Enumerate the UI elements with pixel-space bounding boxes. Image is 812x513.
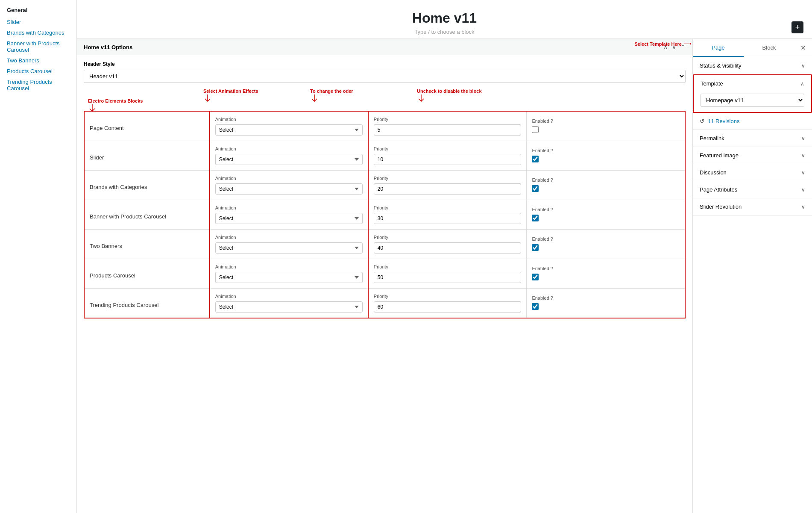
- table-row: Two Banners Animation Select Priority En…: [84, 230, 685, 259]
- close-sidebar-button[interactable]: ✕: [794, 39, 812, 57]
- page-attributes-title: Page Attributes: [700, 186, 737, 193]
- block-name-cell: Banner with Products Carousel: [84, 200, 210, 230]
- animation-cell: Animation Select: [210, 111, 368, 141]
- blocks-table: Page Content Animation Select Priority E…: [84, 111, 686, 318]
- sidebar-nav-item[interactable]: Products Carousel: [7, 66, 70, 77]
- block-name-cell: Slider: [84, 141, 210, 171]
- options-panel-title: Home v11 Options: [84, 44, 132, 50]
- discussion-header[interactable]: Discussion ∨: [693, 164, 812, 181]
- status-visibility-section: Status & visibility ∨: [693, 57, 812, 74]
- header-style-label: Header Style: [84, 61, 686, 67]
- priority-input[interactable]: [374, 124, 522, 136]
- permalink-header[interactable]: Permalink ∨: [693, 130, 812, 147]
- status-chevron-icon: ∨: [801, 63, 805, 69]
- sidebar-nav-item[interactable]: Slider: [7, 17, 70, 27]
- slider-revolution-title: Slider Revolution: [700, 203, 742, 210]
- revisions-section: ↺ 11 Revisions: [693, 113, 812, 130]
- enabled-checkbox[interactable]: [532, 215, 539, 221]
- right-sidebar-tabs: Page Block ✕: [693, 39, 812, 57]
- enabled-checkbox[interactable]: [532, 303, 539, 310]
- sidebar-nav-item[interactable]: Trending Products Carousel: [7, 77, 70, 94]
- template-section: Template ∧ Homepage v11: [693, 74, 812, 113]
- permalink-section: Permalink ∨: [693, 130, 812, 147]
- enabled-cell: Enabled ?: [527, 289, 685, 318]
- enabled-cell: Enabled ?: [527, 141, 685, 171]
- animation-select[interactable]: Select: [215, 272, 363, 283]
- animation-cell: Animation Select: [210, 230, 368, 259]
- animation-select[interactable]: Select: [215, 213, 363, 224]
- enabled-label: Enabled ?: [532, 295, 680, 301]
- general-section-title: General: [7, 7, 70, 13]
- featured-image-title: Featured image: [700, 152, 739, 159]
- table-row: Trending Products Carousel Animation Sel…: [84, 289, 685, 318]
- table-row: Banner with Products Carousel Animation …: [84, 200, 685, 230]
- add-block-button[interactable]: +: [791, 21, 803, 33]
- table-row: Slider Animation Select Priority Enabled…: [84, 141, 685, 171]
- priority-input[interactable]: [374, 183, 522, 195]
- tab-block[interactable]: Block: [744, 39, 794, 57]
- enabled-checkbox[interactable]: [532, 274, 539, 280]
- template-chevron-icon: ∧: [800, 81, 804, 87]
- priority-label: Priority: [374, 294, 522, 299]
- right-sidebar: Page Block ✕ Status & visibility ∨ Templ…: [692, 39, 812, 513]
- slider-revolution-header[interactable]: Slider Revolution ∨: [693, 198, 812, 215]
- page-attributes-header[interactable]: Page Attributes ∨: [693, 181, 812, 198]
- enabled-checkbox[interactable]: [532, 185, 539, 192]
- priority-input[interactable]: [374, 213, 522, 224]
- priority-cell: Priority: [368, 141, 527, 171]
- priority-label: Priority: [374, 205, 522, 210]
- priority-label: Priority: [374, 264, 522, 269]
- animation-select[interactable]: Select: [215, 301, 363, 313]
- sidebar-nav-item[interactable]: Brands with Categories: [7, 27, 70, 38]
- priority-input[interactable]: [374, 242, 522, 254]
- template-select[interactable]: Homepage v11: [701, 94, 804, 107]
- priority-label: Priority: [374, 146, 522, 151]
- enabled-checkbox[interactable]: [532, 126, 539, 133]
- animation-select[interactable]: Select: [215, 242, 363, 254]
- enabled-checkbox[interactable]: [532, 244, 539, 251]
- priority-cell: Priority: [368, 259, 527, 289]
- animation-cell: Animation Select: [210, 171, 368, 200]
- block-name-cell: Brands with Categories: [84, 171, 210, 200]
- animation-select[interactable]: Select: [215, 124, 363, 136]
- priority-cell: Priority: [368, 200, 527, 230]
- status-visibility-header[interactable]: Status & visibility ∨: [693, 57, 812, 74]
- enabled-label: Enabled ?: [532, 148, 680, 153]
- table-row: Page Content Animation Select Priority E…: [84, 111, 685, 141]
- priority-cell: Priority: [368, 230, 527, 259]
- priority-label: Priority: [374, 176, 522, 181]
- animation-cell: Animation Select: [210, 289, 368, 318]
- template-header[interactable]: Template ∧: [694, 75, 811, 92]
- enabled-label: Enabled ?: [532, 177, 680, 183]
- tab-page[interactable]: Page: [693, 39, 744, 57]
- sidebar-nav-item[interactable]: Banner with Products Carousel: [7, 38, 70, 55]
- permalink-chevron-icon: ∨: [801, 136, 805, 142]
- enabled-label: Enabled ?: [532, 118, 680, 124]
- table-row: Brands with Categories Animation Select …: [84, 171, 685, 200]
- enabled-label: Enabled ?: [532, 236, 680, 242]
- priority-input[interactable]: [374, 301, 522, 313]
- block-name-cell: Trending Products Carousel: [84, 289, 210, 318]
- priority-label: Priority: [374, 235, 522, 240]
- animation-cell: Animation Select: [210, 141, 368, 171]
- animation-select[interactable]: Select: [215, 154, 363, 165]
- priority-input[interactable]: [374, 154, 522, 165]
- left-sidebar: General SliderBrands with CategoriesBann…: [0, 0, 77, 513]
- animation-select[interactable]: Select: [215, 183, 363, 195]
- revisions-icon: ↺: [700, 118, 704, 124]
- header-style-select[interactable]: Header v11: [84, 70, 686, 83]
- animation-label: Animation: [215, 146, 363, 151]
- featured-image-header[interactable]: Featured image ∨: [693, 147, 812, 164]
- template-annotation-arrow: ⟶: [683, 41, 692, 47]
- discussion-title: Discussion: [700, 169, 727, 176]
- page-attributes-section: Page Attributes ∨: [693, 181, 812, 198]
- priority-input[interactable]: [374, 272, 522, 283]
- priority-cell: Priority: [368, 289, 527, 318]
- priority-annotation: To change the oder: [310, 88, 353, 94]
- permalink-title: Permalink: [700, 135, 724, 142]
- enabled-checkbox[interactable]: [532, 156, 539, 162]
- enabled-cell: Enabled ?: [527, 259, 685, 289]
- revisions-link[interactable]: 11 Revisions: [708, 118, 739, 124]
- sidebar-nav-item[interactable]: Two Banners: [7, 55, 70, 66]
- slider-revolution-chevron-icon: ∨: [801, 204, 805, 210]
